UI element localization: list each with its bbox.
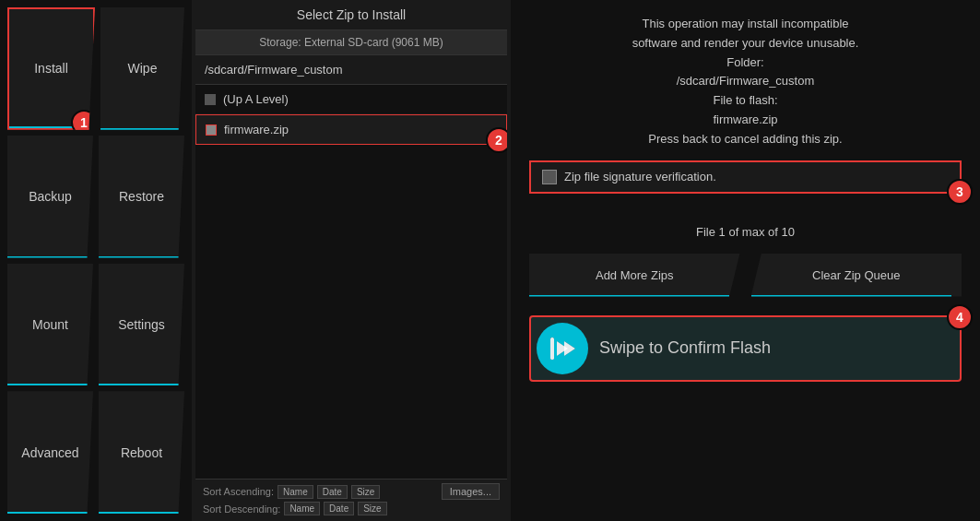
badge-3: 3 [947,179,973,205]
install-button[interactable]: Install 1 [7,7,95,130]
left-panel: Install 1 Wipe Backup Restore Mount Sett… [0,0,194,521]
badge-1: 1 [71,110,97,136]
sort-asc-name-button[interactable]: Name [277,485,313,499]
clear-zip-queue-button[interactable]: Clear Zip Queue [751,254,962,297]
sort-ascending-row: Sort Ascending: Name Date Size Images... [203,483,500,500]
mount-button[interactable]: Mount [7,264,93,386]
swipe-icon [537,323,588,374]
sort-asc-size-button[interactable]: Size [351,485,380,499]
select-zip-title: Select Zip to Install [297,7,406,22]
file-item-firmware[interactable]: firmware.zip 2 [195,114,507,145]
folder-icon [205,94,216,105]
storage-bar: Storage: External SD-card (9061 MB) [195,30,507,55]
right-panel: This operation may install incompatibles… [511,0,980,521]
svg-marker-5 [564,341,575,356]
wipe-button[interactable]: Wipe [100,7,184,130]
menu-row-1: Install 1 Wipe [7,7,184,130]
firmware-zip-label: firmware.zip [224,123,289,136]
warning-text: This operation may install incompatibles… [529,15,962,149]
add-more-zips-label: Add More Zips [596,268,674,282]
zip-sig-row[interactable]: Zip file signature verification. 3 [529,160,962,194]
wipe-label: Wipe [128,61,158,76]
current-path: /sdcard/Firmware_custom [205,63,343,77]
swipe-to-confirm[interactable]: Swipe to Confirm Flash 4 [529,315,962,382]
mount-label: Mount [32,317,68,332]
storage-label: Storage: External SD-card (9061 MB) [259,36,443,49]
backup-button[interactable]: Backup [7,136,93,258]
middle-title: Select Zip to Install [195,0,507,30]
sort-descending-row: Sort Descending: Name Date Size [203,502,500,515]
sort-bar: Sort Ascending: Name Date Size Images...… [195,479,507,521]
file-list[interactable]: (Up A Level) firmware.zip 2 [195,85,507,479]
zip-sig-label: Zip file signature verification. [564,170,716,184]
restore-button[interactable]: Restore [99,136,184,258]
restore-label: Restore [119,189,164,204]
badge-4: 4 [947,304,973,330]
file-count: File 1 of max of 10 [529,225,962,239]
settings-label: Settings [118,317,165,332]
add-more-zips-button[interactable]: Add More Zips [529,254,740,297]
middle-panel: Select Zip to Install Storage: External … [195,0,509,521]
zip-icon [206,124,217,136]
swipe-label: Swipe to Confirm Flash [599,338,954,358]
sort-desc-size-button[interactable]: Size [358,502,386,515]
zip-sig-checkbox[interactable] [542,170,557,184]
action-buttons-row: Add More Zips Clear Zip Queue [529,254,962,297]
images-button[interactable]: Images... [442,483,500,500]
file-item-up[interactable]: (Up A Level) [195,85,507,114]
up-a-level-label: (Up A Level) [223,92,289,106]
settings-button[interactable]: Settings [99,264,184,386]
menu-row-3: Mount Settings [7,264,184,386]
advanced-button[interactable]: Advanced [7,391,93,514]
advanced-label: Advanced [21,445,78,460]
path-bar: /sdcard/Firmware_custom [195,55,507,85]
reboot-button[interactable]: Reboot [99,391,184,514]
menu-row-4: Advanced Reboot [7,391,184,514]
sort-desc-name-button[interactable]: Name [284,502,320,515]
backup-label: Backup [29,189,72,204]
svg-rect-6 [550,337,554,360]
install-label: Install [34,61,68,76]
sort-asc-date-button[interactable]: Date [317,485,348,499]
sort-desc-date-button[interactable]: Date [324,502,354,515]
reboot-label: Reboot [121,445,162,460]
clear-zip-queue-label: Clear Zip Queue [812,268,900,282]
sort-descending-label: Sort Descending: [203,503,280,515]
sort-ascending-label: Sort Ascending: [203,486,274,497]
badge-2: 2 [486,127,507,153]
menu-row-2: Backup Restore [7,136,184,258]
